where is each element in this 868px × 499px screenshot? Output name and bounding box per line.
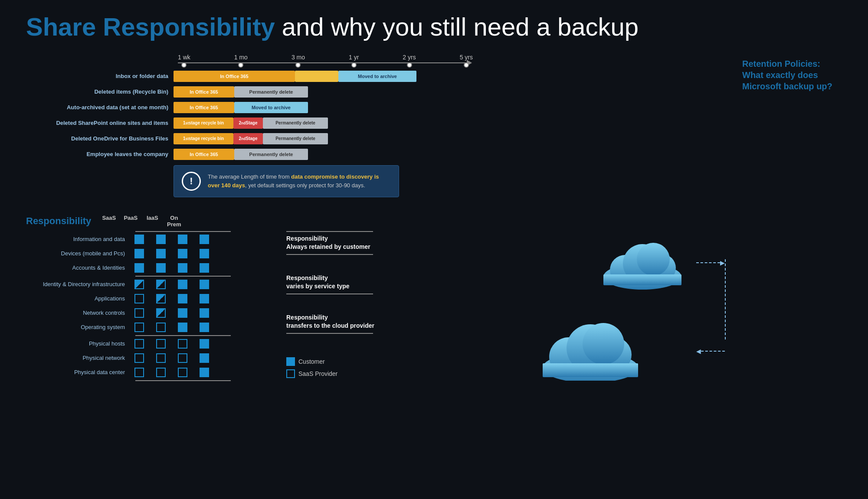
row-bars-sharepoint: 1st stage recycle bin 2nd Stage Permanen…: [174, 117, 477, 129]
main-title: Share Responsibility and why you still n…: [26, 13, 842, 41]
bar-auto-office365: In Office 365: [174, 102, 234, 113]
chart-row-autoarchive: Auto-archived data (set at one month) In…: [26, 101, 725, 114]
sq-acc-paas: [156, 263, 166, 273]
resp-cell-info-paas: [152, 234, 170, 245]
sq-dev-paas: [156, 249, 166, 258]
sq-os-saas: [134, 323, 144, 332]
title-regular: and why you still need a backup: [275, 13, 639, 41]
sq-app-iaas: [178, 294, 187, 303]
sq-net-onprem: [200, 308, 209, 318]
sq-ph-iaas: [178, 339, 187, 349]
arrow-vertical: [700, 259, 726, 346]
col-onprem: On Prem: [165, 215, 183, 228]
bar-sp-permdel: Permanently delete: [263, 117, 328, 129]
resp-cell-net-paas: [152, 307, 170, 319]
divider-transfers-bottom: [286, 333, 373, 334]
sq-net-iaas: [178, 308, 187, 318]
resp-rows-varies: Identity & Directory infrastructure Appl…: [26, 278, 278, 334]
resp-row-devices: Devices (mobile and Pcs): [26, 247, 278, 260]
arrow-left-line: [701, 351, 725, 352]
arrow-vert-line: [725, 259, 726, 339]
row-bars-employee: In Office 365 Permanently delete: [174, 148, 477, 160]
resp-label-network: Network controls: [26, 310, 130, 316]
resp-cell-info-onprem: [195, 234, 213, 245]
divider-always-bottom: [286, 254, 373, 255]
resp-label-phynet: Physical network: [26, 355, 130, 361]
label-transfers: Responsibility transfers to the cloud pr…: [286, 313, 382, 334]
resp-cells-phydc: [130, 367, 213, 378]
resp-cell-pdc-iaas: [174, 367, 192, 378]
resp-row-phynet: Physical network: [26, 352, 278, 365]
sq-app-saas: [134, 294, 144, 303]
resp-label-phydc: Physical data center: [26, 369, 130, 375]
chart-row-employee: Employee leaves the company In Office 36…: [26, 148, 725, 161]
resp-label-phyhosts: Physical hosts: [26, 340, 130, 347]
label-always-text: Responsibility Always retained by custom…: [286, 235, 382, 251]
bottom-divider: [26, 380, 278, 381]
tick-label-1mo: 1 mo: [234, 54, 248, 61]
resp-cell-net-saas: [130, 307, 148, 319]
resp-cell-id-paas: [152, 279, 170, 290]
resp-row-info: Information and data: [26, 233, 278, 246]
col-saas: SaaS: [100, 215, 118, 228]
row-label-onedrive: Deleted OneDrive for Business Files: [26, 135, 174, 142]
resp-header: Responsibility SaaS PaaS IaaS On Prem: [26, 215, 278, 228]
right-label-area: Responsibility Always retained by custom…: [286, 215, 382, 382]
top-divider: [26, 231, 278, 232]
bar-emp-office365: In Office 365: [174, 149, 234, 160]
resp-cell-acc-iaas: [174, 262, 192, 274]
bar-inbox-office365: In Office 365: [174, 71, 295, 82]
resp-row-phyhosts: Physical hosts: [26, 337, 278, 350]
row-label-inbox: Inbox or folder data: [26, 73, 174, 79]
resp-rows-transfers: Physical hosts Physical network: [26, 337, 278, 379]
cloud-bottom: [534, 311, 647, 381]
cloud-bottom-svg: [534, 311, 647, 381]
sq-pn-iaas: [178, 353, 187, 363]
sq-info-saas: [134, 235, 144, 244]
resp-cell-pdc-saas: [130, 367, 148, 378]
tick-3mo: 3 mo: [292, 54, 305, 68]
mid-divider1: [26, 276, 278, 277]
row-bars-inbox: In Office 365 Moved to archive: [174, 70, 477, 82]
resp-cell-ph-paas: [152, 338, 170, 349]
resp-cells-phyhosts: [130, 338, 213, 349]
legend-icon-saas: [286, 369, 295, 378]
label-transfers-text: Responsibility transfers to the cloud pr…: [286, 313, 382, 330]
sq-ph-saas: [134, 339, 144, 349]
resp-cell-ph-iaas: [174, 338, 192, 349]
resp-row-os: Operating system: [26, 321, 278, 334]
resp-cell-ph-saas: [130, 338, 148, 349]
resp-row-identity: Identity & Directory infrastructure: [26, 278, 278, 291]
bar-od-stage2: 2nd Stage: [233, 133, 263, 144]
sq-info-onprem: [200, 235, 209, 244]
retention-title: Retention Policies: What exactly does Mi…: [742, 58, 838, 92]
sq-pn-onprem: [200, 353, 209, 363]
resp-cell-acc-paas: [152, 262, 170, 274]
resp-cells-accounts: [130, 262, 213, 274]
sq-net-saas: [134, 308, 144, 318]
resp-cell-info-saas: [130, 234, 148, 245]
sq-id-paas: [156, 280, 166, 289]
resp-cell-app-saas: [130, 293, 148, 304]
svg-point-4: [637, 243, 670, 276]
resp-rows: Information and data Devices (mobile and…: [26, 233, 278, 274]
tick-dot-1mo: [238, 62, 243, 68]
timeline-area: 1 wk 1 mo 3 mo 1 yr: [26, 54, 725, 197]
tick-1mo: 1 mo: [234, 54, 248, 68]
arrow-left-head: ◀: [696, 348, 701, 355]
chart-row-inbox: Inbox or folder data In Office 365 Moved…: [26, 70, 725, 83]
row-bars-deleted: In Office 365 Permanently delete: [174, 86, 477, 98]
tick-dot-5yrs: [464, 62, 469, 68]
resp-label-info: Information and data: [26, 236, 130, 242]
tick-label-5yrs: 5 yrs: [460, 54, 473, 61]
resp-row-network: Network controls: [26, 307, 278, 320]
resp-cell-pdc-onprem: [195, 367, 213, 378]
sq-pdc-onprem: [200, 368, 209, 377]
sq-acc-onprem: [200, 263, 209, 273]
resp-cells-network: [130, 307, 213, 319]
sq-pdc-paas: [156, 368, 166, 377]
resp-cells-os: [130, 322, 213, 333]
retention-line3: Microsoft backup up?: [742, 82, 832, 91]
sq-pdc-saas: [134, 368, 144, 377]
resp-row-apps: Applications: [26, 292, 278, 305]
